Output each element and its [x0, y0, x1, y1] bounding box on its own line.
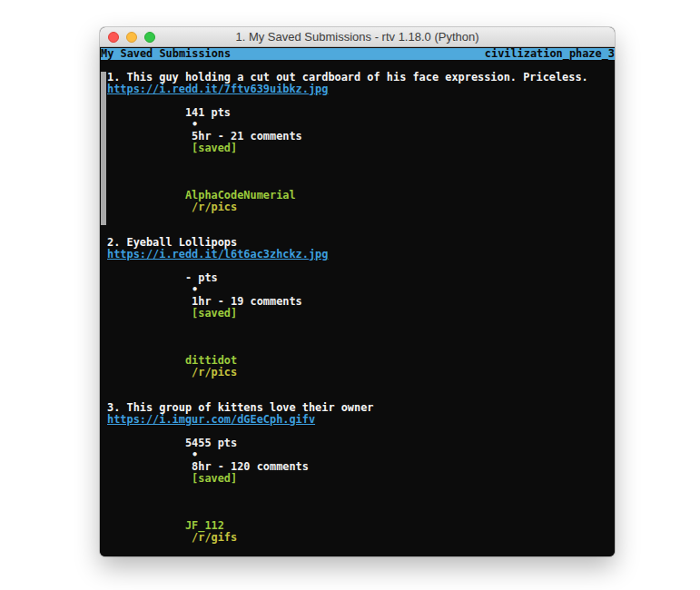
subreddit-link[interactable]: /r/pics: [192, 366, 237, 379]
terminal-screen: My Saved Submissions civilization_phaze_…: [100, 47, 615, 556]
stats-separator: •: [192, 118, 198, 131]
age-comments-label: 1hr - 19 comments: [192, 295, 302, 308]
saved-badge: [saved]: [192, 472, 237, 485]
submission-byline: JF_112 /r/gifs: [107, 508, 615, 556]
submission-item[interactable]: 1. This guy holding a cut out cardboard …: [101, 72, 615, 225]
page-header-bar: My Saved Submissions civilization_phaze_…: [101, 48, 615, 60]
minimize-window-button[interactable]: [126, 32, 137, 43]
submission-stats: - pts • 1hr - 19 comments [saved]: [107, 261, 615, 343]
points-label: 5455 pts: [185, 437, 237, 449]
window-titlebar[interactable]: 1. My Saved Submissions - rtv 1.18.0 (Py…: [100, 27, 615, 47]
author-link[interactable]: dittidot: [185, 354, 237, 367]
submission-url-link[interactable]: https://i.imgur.com/dGEeCph.gifv: [107, 414, 615, 426]
logged-in-username: civilization_phaze_3: [485, 48, 615, 60]
window-title: 1. My Saved Submissions - rtv 1.18.0 (Py…: [100, 27, 615, 46]
saved-badge: [saved]: [192, 142, 237, 154]
submission-item[interactable]: 3. This group of kittens love their owne…: [101, 402, 615, 556]
page-title: My Saved Submissions: [101, 48, 231, 60]
submission-byline: dittidot /r/pics: [107, 343, 615, 390]
submission-byline: AlphaCodeNumerial /r/pics: [107, 178, 615, 225]
submission-item[interactable]: 2. Eyeball Lollipops https://i.redd.it/l…: [101, 237, 615, 390]
zoom-window-button[interactable]: [144, 32, 155, 43]
subreddit-link[interactable]: /r/pics: [192, 201, 237, 213]
submission-list: 1. This guy holding a cut out cardboard …: [101, 72, 615, 556]
stats-separator: •: [192, 283, 198, 296]
stats-separator: •: [192, 448, 198, 461]
submission-url-link[interactable]: https://i.redd.it/7ftv639uibkz.jpg: [107, 84, 615, 95]
points-label: - pts: [185, 271, 218, 284]
subreddit-link[interactable]: /r/gifs: [192, 531, 237, 544]
saved-badge: [saved]: [192, 307, 237, 320]
close-window-button[interactable]: [108, 32, 119, 43]
author-link[interactable]: AlphaCodeNumerial: [185, 189, 296, 202]
app-window: 1. My Saved Submissions - rtv 1.18.0 (Py…: [100, 27, 615, 556]
points-label: 141 pts: [185, 106, 231, 119]
submission-url-link[interactable]: https://i.redd.it/l6t6ac3zhckz.jpg: [107, 249, 615, 261]
window-controls: [108, 32, 155, 43]
submission-stats: 141 pts • 5hr - 21 comments [saved]: [107, 95, 615, 178]
age-comments-label: 8hr - 120 comments: [192, 460, 309, 473]
age-comments-label: 5hr - 21 comments: [192, 130, 302, 143]
author-link[interactable]: JF_112: [185, 519, 224, 532]
submission-stats: 5455 pts • 8hr - 120 comments [saved]: [107, 426, 615, 508]
